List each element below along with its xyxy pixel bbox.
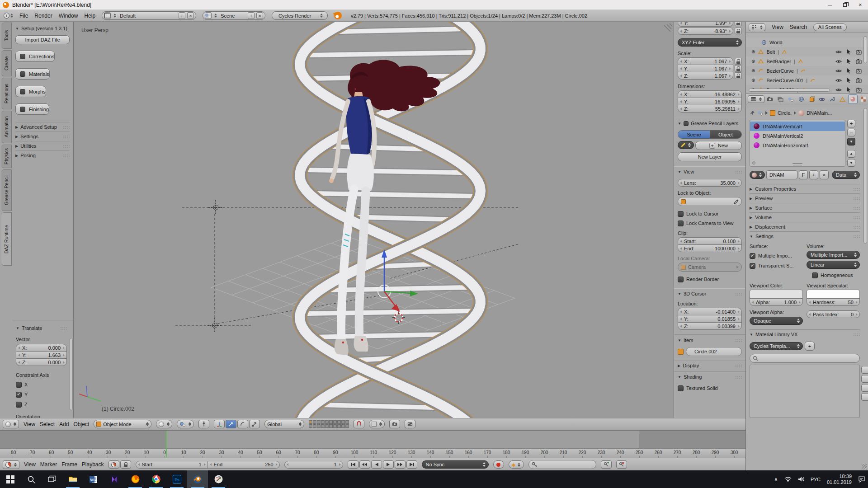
material-name-field[interactable]: DNAM — [766, 170, 797, 179]
renderability-camera-icon[interactable] — [856, 49, 862, 55]
shelf-tab-create[interactable]: Create — [1, 50, 12, 76]
editor-type-info-icon[interactable]: i — [4, 13, 9, 19]
material-slot-DNAMainVertical1[interactable]: DNAMainVertical1 — [750, 122, 845, 131]
network-icon[interactable] — [784, 476, 792, 482]
grease-pencil-checkbox[interactable] — [684, 121, 689, 126]
render-layers-tab-icon[interactable] — [776, 94, 785, 104]
lock-icon[interactable] — [735, 72, 742, 79]
cursor-x-field[interactable]: X:-0.01400 — [678, 308, 742, 315]
render-tab-icon[interactable] — [765, 94, 775, 104]
morphs-button[interactable]: Morphs — [15, 86, 46, 97]
tray-expand-icon[interactable]: ∧ — [774, 476, 778, 483]
taskbar-media-app[interactable] — [104, 470, 125, 488]
matlib-tool-button[interactable] — [861, 366, 868, 374]
clip-start-field[interactable]: Start:0.100 — [678, 237, 742, 245]
modifiers-tab-icon[interactable] — [827, 94, 837, 104]
section-volume[interactable]: ▶Volume — [750, 212, 860, 222]
viewport-alpha-field[interactable]: Alpha:1.000 — [750, 298, 803, 306]
scale-y-field[interactable]: Y:1.067 — [678, 65, 733, 72]
constraint-y-checkbox[interactable] — [16, 392, 22, 398]
panel-grip-icon[interactable] — [735, 364, 742, 367]
matlib-tool-button[interactable] — [861, 384, 868, 392]
taskbar-chrome[interactable] — [146, 470, 166, 488]
panel-header-posing[interactable]: ▶Posing — [15, 150, 70, 160]
current-frame-line[interactable] — [166, 431, 167, 458]
rotate-manipulator-button[interactable] — [237, 420, 248, 428]
constraints-tab-icon[interactable] — [817, 94, 827, 104]
expand-toggle-icon[interactable]: ⊕ — [751, 59, 755, 64]
vector-y-field[interactable]: Y:1.663 — [16, 351, 67, 359]
outliner-row-partial[interactable] — [746, 33, 868, 38]
outliner-row-world[interactable]: World — [746, 38, 868, 47]
shelf-tab-physics[interactable]: Physics — [1, 145, 12, 168]
panel-header-advanced-setup[interactable]: ▶Advanced Setup — [15, 122, 70, 131]
menu-file[interactable]: File — [19, 13, 28, 19]
insert-keyframe-button[interactable] — [601, 460, 612, 469]
panel-grip-icon[interactable] — [853, 333, 860, 336]
expand-toggle-icon[interactable]: ⊕ — [751, 78, 755, 83]
slot-move-down-button[interactable]: ▼ — [847, 159, 855, 167]
opengl-render-button[interactable] — [389, 420, 400, 428]
close-layout-button[interactable]: × — [187, 12, 194, 19]
section-preview[interactable]: ▶Preview — [750, 193, 860, 203]
scene-selector[interactable]: Scene + × — [203, 11, 265, 20]
cursor-z-field[interactable]: Z:-0.00399 — [678, 322, 742, 330]
matlib-list[interactable] — [750, 365, 860, 418]
shelf-tab-animation[interactable]: Animation — [1, 111, 12, 143]
pass-index-field[interactable]: Pass Index:0 — [807, 310, 860, 318]
panel-header-settings[interactable]: ▶Settings — [15, 131, 70, 141]
gp-source-object-toggle[interactable]: Object — [710, 131, 741, 138]
pivot-select[interactable] — [177, 420, 194, 428]
add-layout-button[interactable]: + — [179, 12, 185, 19]
matlib-tool-button[interactable] — [861, 375, 868, 383]
expand-toggle-icon[interactable]: ⊕ — [751, 49, 755, 54]
section-surface[interactable]: ▶Surface — [750, 203, 860, 212]
pin-icon[interactable] — [750, 110, 755, 116]
gp-new-layer-button[interactable]: New Layer — [678, 152, 742, 161]
lock-icon[interactable] — [735, 58, 742, 65]
scene-tab-icon[interactable] — [786, 94, 796, 104]
renderability-camera-icon[interactable] — [856, 68, 862, 74]
outliner-row-belt[interactable]: ⊕Belt| — [746, 47, 868, 56]
dimension-y-field[interactable]: Y:16.09095 — [678, 98, 742, 105]
timeline-playback-menu[interactable]: Playback — [82, 461, 104, 468]
material-slot-DNAMainVertical2[interactable]: DNAMainVertical2 — [750, 131, 845, 141]
restore-button[interactable] — [837, 0, 853, 10]
autokey-button[interactable]: ◆ — [509, 460, 524, 469]
taskbar-firefox[interactable] — [125, 470, 146, 488]
language-indicator[interactable]: РУС — [811, 477, 821, 482]
render-border-checkbox[interactable] — [678, 277, 684, 282]
view-panel-header[interactable]: ▼ View — [678, 168, 742, 176]
scale-manipulator-button[interactable] — [249, 420, 260, 428]
breadcrumb-material[interactable]: DNAMain... — [807, 110, 832, 116]
sync-select[interactable]: No Sync — [422, 460, 489, 469]
menu-window[interactable]: Window — [59, 13, 78, 19]
tool-shelf-scrollbar[interactable] — [70, 338, 73, 410]
scale-x-field[interactable]: X:1.067 — [678, 57, 733, 65]
timeline-view-menu[interactable]: View — [24, 461, 36, 468]
outliner-search-menu[interactable]: Search — [790, 24, 807, 30]
item-name-field[interactable]: Circle.002 — [686, 347, 742, 356]
add-scene-button[interactable]: + — [248, 12, 255, 19]
breadcrumb-object[interactable]: Circle. — [778, 110, 792, 116]
lock-icon[interactable] — [735, 22, 742, 26]
gp-brush-select[interactable] — [678, 141, 694, 149]
jump-to-end-button[interactable] — [406, 460, 417, 469]
lock-range-toggle[interactable] — [120, 460, 131, 469]
jump-to-start-button[interactable] — [348, 460, 359, 469]
panel-grip-icon[interactable] — [60, 327, 67, 330]
editor-type-button[interactable] — [3, 420, 19, 428]
remove-slot-button[interactable]: − — [847, 129, 855, 136]
notifications-icon[interactable] — [858, 476, 865, 483]
play-reverse-button[interactable] — [371, 460, 382, 469]
gp-new-button[interactable]: +New — [695, 141, 742, 150]
properties-editor-type-button[interactable] — [748, 95, 764, 103]
add-slot-button[interactable]: + — [847, 120, 855, 127]
visibility-eye-icon[interactable] — [835, 88, 842, 92]
shading-panel-header[interactable]: ▼ Shading — [678, 373, 742, 381]
list-filter-icon[interactable]: ⊕ — [752, 160, 755, 165]
taskbar-start[interactable] — [0, 470, 21, 488]
object-tab-icon[interactable] — [807, 94, 816, 104]
snap-element-select[interactable] — [369, 420, 385, 428]
menu-render[interactable]: Render — [34, 13, 52, 19]
